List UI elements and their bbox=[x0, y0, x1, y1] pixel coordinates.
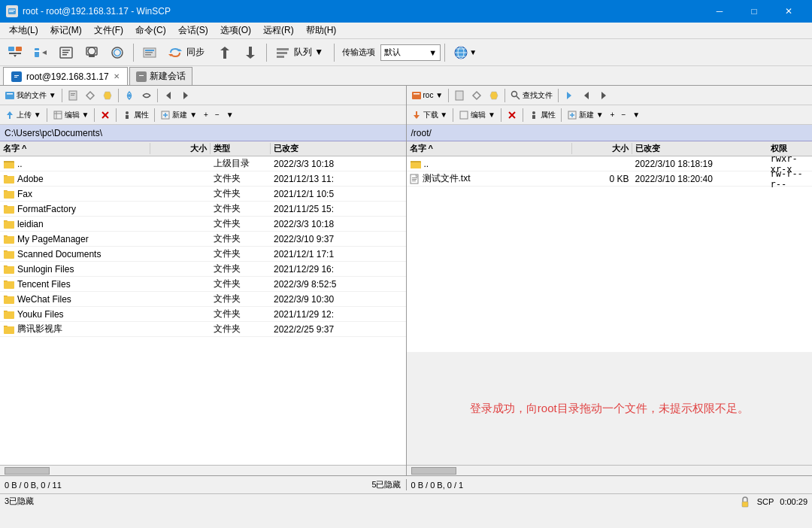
left-plus[interactable]: + bbox=[201, 107, 211, 123]
right-btn-1[interactable] bbox=[451, 87, 468, 104]
list-item[interactable]: Adobe 文件夹 2021/12/13 11: bbox=[0, 171, 406, 187]
file-type-cell: 文件夹 bbox=[211, 202, 271, 215]
col-name-left[interactable]: 名字 ^ bbox=[0, 143, 150, 154]
menu-remote[interactable]: 远程(R) bbox=[257, 23, 300, 38]
toolbar-icon9[interactable] bbox=[238, 42, 262, 63]
maximize-button[interactable]: □ bbox=[737, 0, 771, 23]
list-item[interactable]: 腾讯影视库 文件夹 2022/2/25 9:37 bbox=[0, 322, 406, 337]
toolbar-icon3[interactable] bbox=[54, 42, 78, 63]
menu-command[interactable]: 命令(C) bbox=[129, 23, 172, 38]
list-item[interactable]: .. 2022/3/10 18:18:19 rwxr-xr-x bbox=[407, 156, 813, 171]
list-item[interactable]: 测试文件.txt 0 KB 2022/3/10 18:20:40 rw-r--r… bbox=[407, 171, 813, 187]
menu-local[interactable]: 本地(L) bbox=[3, 23, 44, 38]
list-item[interactable]: Tencent Files 文件夹 2022/3/9 8:52:5 bbox=[0, 277, 406, 292]
close-button[interactable]: ✕ bbox=[771, 0, 806, 23]
list-item[interactable]: .. 上级目录 2022/3/3 10:18 bbox=[0, 156, 406, 171]
right-btn-3[interactable] bbox=[486, 87, 502, 104]
session-tab-root[interactable]: root@192.168.31.17 ✕ bbox=[3, 67, 128, 85]
left-delete[interactable] bbox=[97, 107, 114, 123]
list-item[interactable]: Fax 文件夹 2021/12/1 10:5 bbox=[0, 187, 406, 202]
toolbar-icon-globe[interactable]: ▼ bbox=[449, 42, 480, 63]
col-modified-left[interactable]: 已改变 bbox=[271, 143, 406, 154]
file-type-cell: 文件夹 bbox=[211, 293, 271, 305]
left-btn-back[interactable] bbox=[160, 87, 177, 104]
left-edit[interactable]: 编辑 ▼ bbox=[50, 107, 92, 123]
left-btn-2[interactable] bbox=[82, 87, 98, 104]
list-item[interactable]: Youku Files 文件夹 2021/11/29 12: bbox=[0, 307, 406, 322]
left-properties[interactable]: 属性 bbox=[119, 107, 152, 123]
menu-options[interactable]: 选项(O) bbox=[214, 23, 257, 38]
col-type-left[interactable]: 类型 bbox=[211, 143, 271, 154]
right-properties[interactable]: 属性 bbox=[526, 107, 559, 123]
menu-file[interactable]: 文件(F) bbox=[88, 23, 129, 38]
toolbar-icon5[interactable] bbox=[105, 42, 129, 63]
right-btn-find[interactable]: 查找文件 bbox=[508, 87, 556, 104]
list-item[interactable]: My PageManager 文件夹 2022/3/10 9:37 bbox=[0, 232, 406, 247]
file-name-cell: My PageManager bbox=[0, 234, 150, 244]
toolbar-icon2[interactable] bbox=[29, 42, 53, 63]
list-item[interactable]: FormatFactory 文件夹 2021/11/25 15: bbox=[0, 202, 406, 217]
file-modified-cell: 2022/3/10 9:37 bbox=[271, 234, 406, 244]
right-roc[interactable]: roc ▼ bbox=[408, 87, 447, 104]
menu-session[interactable]: 会话(S) bbox=[172, 23, 214, 38]
session-icon-root bbox=[11, 71, 22, 82]
svg-rect-29 bbox=[277, 52, 287, 54]
list-item[interactable]: Sunlogin Files 文件夹 2021/12/29 16: bbox=[0, 262, 406, 277]
col-size-left[interactable]: 大小 bbox=[150, 143, 211, 154]
transfer-options-label[interactable]: 传输选项 bbox=[338, 42, 379, 63]
left-minus[interactable]: − bbox=[212, 107, 223, 123]
list-item[interactable]: WeChat Files 文件夹 2022/3/9 10:30 bbox=[0, 292, 406, 307]
right-btn-forward[interactable] bbox=[595, 87, 612, 104]
sync-button[interactable]: 同步 bbox=[163, 42, 211, 63]
right-btn-4[interactable] bbox=[561, 87, 577, 104]
toolbar-icon4[interactable] bbox=[80, 42, 104, 63]
right-delete[interactable] bbox=[504, 107, 520, 123]
right-sort[interactable]: ▼ bbox=[629, 107, 643, 123]
annotation-area: 登录成功，向root目录拖动一个文件，未提示权限不足。 bbox=[407, 352, 813, 465]
right-minus[interactable]: − bbox=[618, 107, 629, 123]
left-btn-5[interactable] bbox=[138, 87, 155, 104]
svg-rect-69 bbox=[4, 176, 14, 182]
minimize-button[interactable]: ─ bbox=[702, 0, 737, 23]
col-modified-right[interactable]: 已改变 bbox=[632, 143, 768, 154]
right-hscroll[interactable] bbox=[407, 465, 813, 475]
left-btn-forward[interactable] bbox=[177, 87, 194, 104]
left-btn-1[interactable] bbox=[65, 87, 81, 104]
queue-button[interactable]: 队列 ▼ bbox=[271, 42, 330, 63]
col-perms-right[interactable]: 权限 bbox=[768, 143, 813, 154]
left-upload[interactable]: 上传 ▼ bbox=[2, 107, 44, 123]
status-left: 0 B / 0 B, 0 / 11 5已隐藏 bbox=[0, 479, 407, 490]
right-btn-back[interactable] bbox=[578, 87, 595, 104]
right-file-list[interactable]: 名字 ^ 大小 已改变 权限 .. 2022/3/10 18:18:19 rwx… bbox=[407, 141, 813, 352]
svg-marker-119 bbox=[601, 92, 606, 99]
file-type-cell: 文件夹 bbox=[211, 217, 271, 230]
right-hscroll-thumb[interactable] bbox=[411, 467, 456, 475]
toolbar-icon6[interactable] bbox=[138, 42, 162, 63]
left-my-files[interactable]: 我的文件 ▼ bbox=[2, 87, 59, 104]
left-hscroll[interactable] bbox=[0, 465, 406, 475]
menu-mark[interactable]: 标记(M) bbox=[44, 23, 88, 38]
list-item[interactable]: Scanned Documents 文件夹 2021/12/1 17:1 bbox=[0, 247, 406, 262]
left-btn-4[interactable] bbox=[121, 87, 138, 104]
col-size-right[interactable]: 大小 bbox=[572, 143, 632, 154]
left-file-list[interactable]: 名字 ^ 大小 类型 已改变 .. 上级目录 2022/3/3 10:18 bbox=[0, 141, 406, 465]
list-item[interactable]: leidian 文件夹 2022/3/3 10:18 bbox=[0, 217, 406, 232]
toolbar-icon1[interactable] bbox=[3, 42, 27, 63]
left-pane-toolbar: 我的文件 ▼ bbox=[0, 86, 406, 105]
col-name-right[interactable]: 名字 ^ bbox=[407, 143, 572, 154]
toolbar-icon8[interactable] bbox=[213, 42, 237, 63]
right-plus[interactable]: + bbox=[607, 107, 618, 123]
right-edit[interactable]: 编辑 ▼ bbox=[456, 107, 498, 123]
right-download[interactable]: 下载 ▼ bbox=[408, 107, 451, 123]
session-tab-close[interactable]: ✕ bbox=[114, 72, 120, 80]
right-btn-2[interactable] bbox=[468, 87, 485, 104]
left-hscroll-thumb[interactable] bbox=[5, 467, 50, 475]
svg-rect-5 bbox=[9, 53, 21, 54]
transfer-dropdown[interactable]: 默认 ▼ bbox=[380, 44, 441, 61]
left-new[interactable]: 新建 ▼ bbox=[157, 107, 200, 123]
menu-help[interactable]: 帮助(H) bbox=[300, 23, 343, 38]
left-sort[interactable]: ▼ bbox=[223, 107, 237, 123]
left-btn-3[interactable] bbox=[99, 87, 116, 104]
new-session-tab[interactable]: 新建会话 bbox=[129, 67, 192, 85]
right-new[interactable]: 新建 ▼ bbox=[564, 107, 607, 123]
